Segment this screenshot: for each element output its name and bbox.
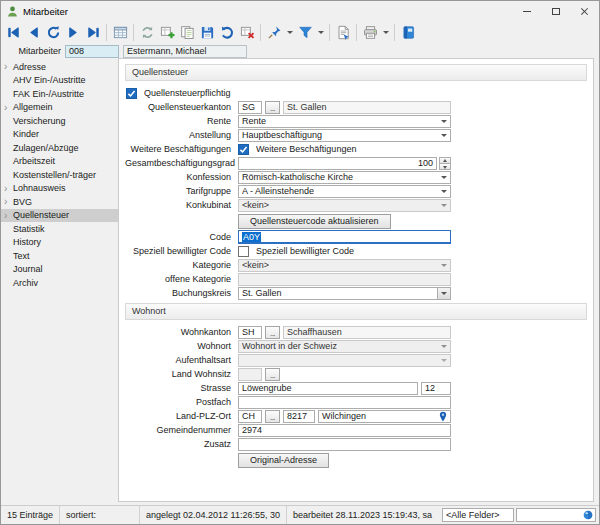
next-record-button[interactable] (63, 22, 83, 43)
quellensteuerpflichtig-checkbox[interactable] (126, 88, 137, 99)
kategorie-select[interactable]: <kein> (238, 259, 451, 272)
sidebar-item-label: BVG (13, 197, 32, 207)
copy-record-button[interactable] (177, 22, 197, 43)
sidebar-item-bvg[interactable]: ›BVG (1, 195, 118, 209)
toolbar (1, 21, 599, 44)
sidebar-item-label: Arbeitszeit (13, 156, 55, 166)
selected-value: <Alle Felder> (446, 510, 500, 520)
sidebar-item-fak-ein-austritte[interactable]: FAK Ein-/Austritte (1, 87, 118, 101)
wohnkanton-code-field[interactable]: SH (238, 326, 262, 339)
undo-button[interactable] (217, 22, 237, 43)
save-button[interactable] (197, 22, 217, 43)
weitere-beschaeftigungen-checkbox[interactable] (238, 144, 249, 155)
expand-arrow-icon: › (4, 197, 13, 206)
wohnort-select[interactable]: Wohnort in der Schweiz (238, 340, 451, 353)
maximize-button[interactable] (541, 1, 570, 21)
field-label: Tarifgruppe (125, 186, 238, 196)
form-row-konfession: KonfessionRömisch-katholische Kirche (125, 170, 587, 184)
report-button[interactable] (333, 22, 353, 43)
quellensteuercode-aktualisieren-button[interactable]: Quellensteuercode aktualisieren (238, 214, 391, 229)
strasse-input[interactable]: Löwengrube (238, 382, 418, 395)
close-icon (580, 7, 589, 16)
form-row-offene-kategorie: offene Kategorie (125, 272, 587, 286)
sidebar-item-archiv[interactable]: Archiv (1, 276, 118, 290)
field-cell: Rente (238, 115, 451, 128)
field-cell: 2974 (238, 424, 451, 437)
reload-record-button[interactable] (43, 22, 63, 43)
expand-arrow-icon: › (4, 62, 13, 71)
konfession-select[interactable]: Römisch-katholische Kirche (238, 171, 451, 184)
sidebar-item-label: Quellensteuer (13, 210, 69, 220)
record-name-field[interactable]: Estermann, Michael (123, 45, 247, 58)
land-plz-ort-browse-button[interactable]: ... (265, 410, 280, 423)
first-record-button[interactable] (3, 22, 23, 43)
sidebar-item-ahv-ein-austritte[interactable]: AHV Ein-/Austritte (1, 74, 118, 88)
sidebar-item-history[interactable]: History (1, 236, 118, 250)
sidebar-item-adresse[interactable]: ›Adresse (1, 60, 118, 74)
previous-record-button[interactable] (23, 22, 43, 43)
new-record-icon (160, 25, 175, 40)
field-cell: Original-Adresse (238, 453, 451, 468)
sidebar-item-quellensteuer[interactable]: ›Quellensteuer (1, 209, 118, 223)
field-cell: 100 (238, 157, 451, 170)
minimize-button[interactable] (512, 1, 541, 21)
field-label: Aufenthaltsart (125, 355, 238, 365)
sidebar-item-allgemein[interactable]: ›Allgemein (1, 101, 118, 115)
sidebar-item-arbeitszeit[interactable]: Arbeitszeit (1, 155, 118, 169)
code-input[interactable]: A0Y (238, 230, 451, 244)
original-adresse-button[interactable]: Original-Adresse (238, 453, 329, 468)
refresh-button[interactable] (137, 22, 157, 43)
postfach-input[interactable] (238, 396, 451, 409)
buchungskreis-select[interactable]: St. Gallen (238, 287, 451, 300)
rente-select[interactable]: Rente (238, 115, 451, 128)
hausnummer-input[interactable]: 12 (421, 382, 451, 395)
print-dropdown[interactable] (380, 22, 391, 43)
gemeindenummer-input[interactable]: 2974 (238, 424, 451, 437)
last-record-button[interactable] (83, 22, 103, 43)
pin-button[interactable] (264, 22, 284, 43)
wohnkanton-browse-button[interactable]: ... (265, 326, 280, 339)
record-number-field[interactable]: 008 (65, 45, 119, 58)
gesamtbeschaeftigungsgrad-input[interactable]: 100 (238, 157, 437, 170)
field-label: Kategorie (125, 260, 238, 270)
plz-input[interactable]: 8217 (283, 410, 315, 423)
filter-button[interactable] (295, 22, 315, 43)
gesamtbeschaeftigungsgrad-stepper[interactable] (439, 157, 451, 170)
land-wohnsitz-browse-button[interactable]: ... (265, 368, 280, 381)
report-icon (336, 25, 351, 40)
sidebar-item-label: Versicherung (13, 116, 66, 126)
anstellung-select[interactable]: Hauptbeschäftigung (238, 129, 451, 142)
sidebar-item-lohnausweis[interactable]: ›Lohnausweis (1, 182, 118, 196)
speziell-bewilligter-code-checkbox[interactable] (238, 246, 249, 257)
sidebar-item-text[interactable]: Text (1, 249, 118, 263)
map-pin-icon (439, 411, 447, 422)
chevron-down-icon (437, 341, 450, 352)
sidebar-item-kinder[interactable]: Kinder (1, 128, 118, 142)
quellensteuerkanton-browse-button[interactable]: ... (265, 101, 280, 114)
sidebar-item-versicherung[interactable]: Versicherung (1, 114, 118, 128)
undo-icon (220, 25, 235, 40)
quellensteuerkanton-code-field[interactable]: SG (238, 101, 262, 114)
close-button[interactable] (570, 1, 599, 21)
land-code-field[interactable]: CH (238, 410, 262, 423)
table-view-button[interactable] (110, 22, 130, 43)
help-button[interactable] (398, 22, 418, 43)
zusatz-input[interactable] (238, 438, 451, 451)
ort-input[interactable]: Wilchingen (318, 410, 451, 423)
sidebar-item-label: AHV Ein-/Austritte (13, 75, 86, 85)
sidebar-item-statistik[interactable]: Statistik (1, 222, 118, 236)
field-filter-select[interactable]: <Alle Felder> (442, 508, 514, 522)
filter-dropdown[interactable] (315, 22, 326, 43)
pin-dropdown[interactable] (284, 22, 295, 43)
new-record-button[interactable] (157, 22, 177, 43)
konkubinat-select[interactable]: <kein> (238, 199, 451, 212)
sidebar-item-zulagen-abzuege[interactable]: Zulagen/Abzüge (1, 141, 118, 155)
search-input[interactable] (516, 508, 596, 522)
print-button[interactable] (360, 22, 380, 43)
delete-record-button[interactable] (237, 22, 257, 43)
status-text: angelegt 02.04.2012 11:26:55, 30 (146, 510, 280, 520)
sidebar-item-journal[interactable]: Journal (1, 263, 118, 277)
tarifgruppe-select[interactable]: A - Alleinstehende (238, 185, 451, 198)
field-cell (238, 273, 451, 286)
sidebar-item-kostenstellen-traeger[interactable]: Kostenstellen/-träger (1, 168, 118, 182)
